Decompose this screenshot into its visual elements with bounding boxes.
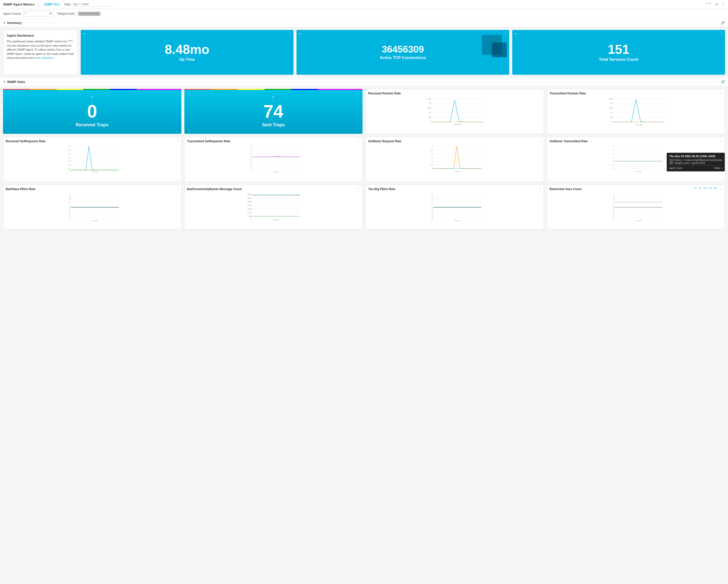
svg-text:-.2: -.2 bbox=[431, 209, 433, 211]
svg-text:Oct 30: Oct 30 bbox=[273, 171, 279, 173]
svg-text:70: 70 bbox=[68, 145, 71, 148]
svg-text:.8: .8 bbox=[613, 145, 614, 148]
svg-text:350k: 350k bbox=[248, 193, 252, 195]
svg-text:.2: .2 bbox=[431, 204, 433, 206]
time-btn-6h[interactable]: 6h bbox=[698, 186, 702, 189]
uptime-value: 8.48mo bbox=[165, 43, 209, 56]
telegraf-host-label: Telegraf Host bbox=[57, 12, 75, 16]
time-btn-1d[interactable]: 1d bbox=[708, 186, 712, 189]
services-card-menu[interactable]: ⋮ bbox=[720, 32, 723, 35]
tcp-card-menu[interactable]: ⋮ bbox=[504, 32, 507, 35]
star-icon[interactable]: ☆ bbox=[36, 2, 40, 6]
received-packets-menu[interactable]: ⋮ bbox=[539, 91, 542, 95]
svg-text:0: 0 bbox=[69, 169, 70, 172]
chevron-down-icon bbox=[58, 3, 59, 6]
svg-text:.4: .4 bbox=[69, 201, 71, 203]
badcommunity-menu[interactable]: ⋮ bbox=[357, 187, 360, 190]
svg-text:0: 0 bbox=[251, 217, 252, 220]
sent-traps-edit-icon[interactable]: ✏ bbox=[272, 96, 275, 99]
app-header: SNMP Agent Metrics ☆ JUMP TO Filter ⌃⌃ ↗… bbox=[0, 0, 728, 9]
svg-text:1k: 1k bbox=[429, 111, 432, 114]
time-btn-12h[interactable]: 12h bbox=[703, 186, 708, 189]
snmp-section-title: SNMP Stats bbox=[7, 80, 25, 84]
received-packets-title: Received Packets Rate bbox=[368, 92, 541, 95]
host-integration-link[interactable]: host integration bbox=[35, 56, 54, 59]
time-btn-2h[interactable]: 2h bbox=[693, 186, 697, 189]
received-traps-value: 0 bbox=[87, 102, 97, 120]
uptime-edit-icon[interactable]: ✏ bbox=[83, 32, 85, 36]
tooltip-value[interactable]: Value ↓ bbox=[714, 167, 722, 169]
svg-text:.5k: .5k bbox=[610, 116, 613, 118]
transmitted-packets-menu[interactable]: ⋮ bbox=[720, 91, 723, 95]
svg-text:1.5k: 1.5k bbox=[608, 107, 613, 109]
svg-text:-.2: -.2 bbox=[612, 209, 614, 211]
getnexts-request-menu[interactable]: ⋮ bbox=[539, 139, 542, 142]
svg-text:40: 40 bbox=[68, 156, 71, 159]
svg-text:100k: 100k bbox=[248, 212, 252, 214]
filter-label: Filter bbox=[64, 3, 71, 6]
getnexts-transmitted-menu[interactable]: ⋮ bbox=[720, 139, 723, 142]
collapse-icon[interactable]: ⌃⌃ bbox=[705, 2, 712, 7]
svg-text:0: 0 bbox=[251, 156, 252, 158]
getnexts-request-chart: .3 .25 .2 .15 .1 .05 0 Oct 30 bbox=[368, 144, 541, 175]
time-btn-8d[interactable]: 8d bbox=[713, 186, 717, 189]
svg-text:50: 50 bbox=[68, 153, 71, 155]
badvalue-pdus-card: BadValue PDUs Rate ⋮ 1 .8 .6 .4 .2 0 -.2 bbox=[3, 185, 181, 230]
toobig-pdus-menu[interactable]: ⋮ bbox=[539, 187, 542, 190]
tooltip-sort[interactable]: agent_host ↕ bbox=[669, 167, 683, 169]
snmp-row1: ✏ ⋮ 0 Received Traps ✏ ⋮ 74 Sent Traps R… bbox=[0, 86, 728, 137]
svg-text:.5k: .5k bbox=[428, 116, 432, 118]
summary-grid: ⋮ Agent Dashboard This dashboard shows d… bbox=[0, 27, 728, 78]
services-edit-icon[interactable]: ✏ bbox=[514, 32, 517, 36]
received-packets-chart: 2.5k 2k 1.5k 1k .5k 0 Oct 30 bbox=[368, 97, 541, 127]
agent-source-select[interactable]: * bbox=[23, 11, 53, 17]
received-getrequests-menu[interactable]: ⋮ bbox=[176, 139, 179, 142]
uptime-card-menu[interactable]: ⋮ bbox=[288, 32, 291, 35]
svg-text:-.6: -.6 bbox=[68, 214, 70, 216]
svg-text:20: 20 bbox=[68, 164, 71, 166]
summary-section: ▼ Summary 🔗 ⋮ Agent Dashboard This dashb… bbox=[0, 19, 728, 78]
snmp-section-link-icon[interactable]: 🔗 bbox=[721, 80, 725, 84]
agent-dashboard-card: ⋮ Agent Dashboard This dashboard shows d… bbox=[3, 30, 78, 75]
more-icon[interactable]: ⋮ bbox=[721, 2, 725, 7]
svg-text:-.2: -.2 bbox=[68, 209, 70, 211]
services-value: 151 bbox=[608, 43, 630, 56]
snmp-section: ▼ SNMP Stats 🔗 ✏ ⋮ 0 Received Traps ✏ ⋮ … bbox=[0, 78, 728, 233]
filter-input[interactable] bbox=[73, 2, 112, 7]
svg-text:0: 0 bbox=[432, 206, 433, 209]
transmitted-setrequests-menu[interactable]: ⋮ bbox=[357, 139, 360, 142]
section-link-icon[interactable]: 🔗 bbox=[721, 21, 725, 25]
svg-text:-.8: -.8 bbox=[68, 216, 70, 219]
badcommunity-chart: 350k 300k 250k 200k 150k 100k 50k 0 Oct … bbox=[187, 192, 360, 222]
tooltip-tag: 🏷 telegraf_host = generic-004 bbox=[669, 161, 722, 164]
svg-text:-.6: -.6 bbox=[250, 163, 252, 166]
svg-text:.2: .2 bbox=[69, 204, 70, 206]
getnexts-transmitted-card: GetNexts Transmitted Rate ⋮ .8 .6 .4 .2 … bbox=[547, 137, 725, 182]
svg-text:-.6: -.6 bbox=[612, 214, 614, 216]
svg-text:30: 30 bbox=[68, 160, 71, 162]
badvalue-pdus-menu[interactable]: ⋮ bbox=[176, 187, 179, 190]
svg-text:-.8: -.8 bbox=[612, 216, 614, 219]
share-icon[interactable]: ↗ bbox=[715, 2, 718, 7]
filter-bar: Agent Source * Telegraf Host ██████████ bbox=[0, 9, 728, 19]
tcp-value: 36456309 bbox=[382, 45, 424, 54]
agent-dashboard-menu[interactable]: ⋮ bbox=[71, 34, 74, 37]
restricted-uses-menu[interactable]: ⋮ bbox=[720, 187, 723, 190]
received-traps-label: Received Traps bbox=[76, 122, 109, 128]
snmp-section-header[interactable]: ▼ SNMP Stats 🔗 bbox=[0, 78, 728, 86]
svg-text:-.4: -.4 bbox=[612, 167, 615, 170]
snmp-section-divider bbox=[29, 82, 719, 82]
svg-text:.8: .8 bbox=[250, 145, 251, 148]
svg-text:-.8: -.8 bbox=[431, 216, 433, 219]
sent-traps-label: Sent Traps bbox=[262, 122, 285, 128]
svg-text:-.6: -.6 bbox=[431, 214, 433, 216]
tcp-edit-icon[interactable]: ✏ bbox=[298, 32, 301, 36]
jump-to-button[interactable]: JUMP TO bbox=[44, 3, 59, 6]
svg-text:Oct 30: Oct 30 bbox=[454, 170, 460, 172]
svg-text:0: 0 bbox=[613, 160, 614, 162]
received-traps-edit-icon[interactable]: ✏ bbox=[91, 96, 94, 99]
svg-text:.8: .8 bbox=[613, 196, 614, 198]
svg-text:.6: .6 bbox=[69, 198, 70, 201]
summary-section-header[interactable]: ▼ Summary 🔗 bbox=[0, 19, 728, 27]
badvalue-pdus-chart: 1 .8 .6 .4 .2 0 -.2 -.4 -.6 -.8 -1 Oct 3… bbox=[6, 192, 179, 222]
